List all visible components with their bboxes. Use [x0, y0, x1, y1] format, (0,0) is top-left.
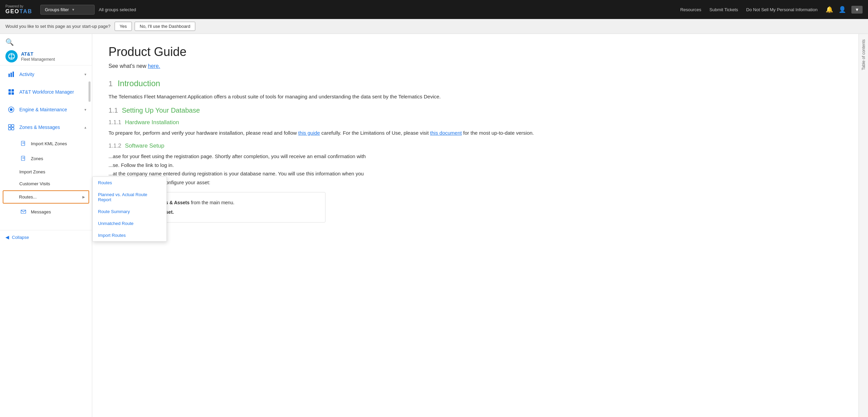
- dropdown-item-import-routes[interactable]: Import Routes: [93, 229, 166, 241]
- routes-label: Routes...: [19, 194, 82, 200]
- sidebar-item-att-workforce[interactable]: AT&T Workforce Manager: [0, 83, 92, 101]
- ellipsis-3: ...: [108, 171, 113, 176]
- svg-rect-6: [13, 72, 14, 77]
- sidebar-item-activity[interactable]: Activity ▾: [0, 65, 92, 83]
- chart-icon: [6, 70, 16, 79]
- ellipsis-2: ...: [108, 162, 113, 168]
- import-zones-label: Import Zones: [19, 169, 86, 174]
- sidebar-activity-label: Activity: [19, 72, 84, 77]
- sidebar-item-messages[interactable]: Messages: [0, 204, 92, 219]
- section-1-header: 1 Introduction: [108, 79, 842, 88]
- svg-rect-14: [12, 125, 14, 127]
- groups-selected-text: All groups selected: [99, 7, 136, 12]
- svg-rect-7: [8, 89, 11, 92]
- section-1-1-1-header: 1.1.1 Hardware Installation: [108, 119, 842, 126]
- svg-rect-15: [8, 128, 11, 130]
- section-1-body: The Telematics Fleet Management Applicat…: [108, 92, 842, 101]
- messages-label: Messages: [31, 209, 86, 214]
- toc-sidebar[interactable]: Table of contents: [859, 34, 868, 417]
- username-display: ▼: [855, 7, 859, 12]
- search-icon[interactable]: 🔍: [5, 38, 14, 46]
- svg-rect-4: [8, 74, 10, 77]
- sidebar-zones-label: Zones & Messages: [19, 125, 84, 130]
- mail-icon: [19, 208, 27, 216]
- this-document-link[interactable]: this document: [430, 130, 462, 136]
- top-bar: Powered by GEOTAB Groups filter ▼ All gr…: [0, 0, 868, 19]
- sidebar-item-engine[interactable]: Engine & Maintenance ▾: [0, 101, 92, 118]
- svg-rect-16: [12, 128, 14, 130]
- doc-icon: [19, 139, 27, 148]
- startup-question: Would you like to set this page as your …: [5, 24, 111, 29]
- collapse-icon: ◀: [5, 234, 9, 240]
- yes-button[interactable]: Yes: [115, 22, 132, 31]
- top-bar-icons: 🔔 👤 ▼: [826, 6, 863, 14]
- chevron-icon: ▾: [84, 108, 86, 112]
- sidebar-att-label: AT&T Workforce Manager: [19, 89, 86, 95]
- user-menu-button[interactable]: ▼: [851, 6, 863, 14]
- sidebar-search-area: 🔍: [0, 34, 92, 46]
- att-brand-info: AT&T Fleet Management: [21, 51, 55, 62]
- dropdown-item-route-summary[interactable]: Route Summary: [93, 206, 166, 217]
- groups-filter-button[interactable]: Groups filter ▼: [40, 5, 95, 15]
- sidebar-item-customer-visits[interactable]: Customer Visits: [0, 178, 92, 190]
- customer-visits-label: Customer Visits: [19, 181, 86, 186]
- chevron-icon: ▾: [84, 72, 86, 77]
- logo-area: Powered by GEOTAB: [5, 4, 32, 15]
- submit-tickets-link[interactable]: Submit Tickets: [709, 7, 738, 12]
- section-1-1-1-body: To prepare for, perform and verify your …: [108, 129, 842, 137]
- zones-doc-icon: [19, 154, 27, 163]
- import-kml-label: Import KML Zones: [31, 141, 86, 146]
- arrow-right-icon: ▶: [82, 195, 85, 199]
- user-icon[interactable]: 👤: [839, 6, 846, 13]
- here-link[interactable]: here.: [148, 63, 160, 69]
- puzzle-icon: [6, 87, 16, 97]
- svg-rect-8: [12, 89, 14, 92]
- collapse-label: Collapse: [12, 235, 29, 240]
- secondary-bar: Would you like to set this page as your …: [0, 19, 868, 34]
- zones-label: Zones: [31, 156, 86, 161]
- no-dashboard-button[interactable]: No, I'll use the Dashboard: [135, 22, 195, 31]
- dropdown-item-routes[interactable]: Routes: [93, 177, 166, 189]
- grid-icon: [6, 122, 16, 132]
- sidebar-item-zones[interactable]: Zones: [0, 151, 92, 166]
- section-1-1-2-header: 1.1.2 Software Setup: [108, 143, 842, 149]
- content-area: ‹ Product Guide See what's new here. 1 I…: [92, 34, 859, 417]
- routes-dropdown-menu: Routes Planned vs. Actual Route Report R…: [92, 176, 167, 242]
- chevron-up-icon: ▴: [84, 125, 86, 130]
- sidebar-item-routes[interactable]: Routes... ▶: [3, 190, 89, 204]
- product-guide-subtitle: See what's new here.: [108, 63, 842, 69]
- sidebar-engine-label: Engine & Maintenance: [19, 107, 84, 112]
- collapse-button[interactable]: ◀ Collapse: [0, 230, 92, 244]
- sidebar-logo-area: AT&T Fleet Management: [0, 46, 92, 65]
- main-layout: 🔍 AT&T Fleet Management: [0, 34, 868, 417]
- page-title: Product Guide: [108, 45, 842, 59]
- toc-label[interactable]: Table of contents: [861, 39, 866, 70]
- top-bar-right: Resources Submit Tickets Do Not Sell My …: [680, 6, 863, 14]
- wrench-icon: [6, 105, 16, 114]
- geotab-brand: GEOTAB: [5, 8, 32, 15]
- sidebar-item-zones-messages[interactable]: Zones & Messages ▴: [0, 118, 92, 136]
- svg-rect-10: [12, 92, 14, 95]
- svg-rect-13: [8, 125, 11, 127]
- att-logo: [5, 50, 18, 62]
- this-guide-link[interactable]: this guide: [298, 130, 320, 136]
- groups-filter-label: Groups filter: [45, 7, 69, 12]
- sidebar: 🔍 AT&T Fleet Management: [0, 34, 92, 417]
- svg-rect-9: [8, 92, 11, 95]
- ellipsis-1: ...: [108, 153, 113, 159]
- do-not-sell-link[interactable]: Do Not Sell My Personal Information: [746, 7, 817, 12]
- dropdown-item-planned-actual[interactable]: Planned vs. Actual Route Report: [93, 189, 166, 206]
- resources-link[interactable]: Resources: [680, 7, 701, 12]
- dropdown-item-unmatched-route[interactable]: Unmatched Route: [93, 217, 166, 229]
- svg-point-12: [10, 108, 13, 111]
- sidebar-item-import-kml[interactable]: Import KML Zones: [0, 136, 92, 151]
- section-1-1-header: 1.1 Setting Up Your Database: [108, 107, 842, 114]
- chevron-down-icon: ▼: [72, 8, 75, 12]
- powered-by-text: Powered by GEOTAB: [5, 4, 32, 15]
- section-1-1-2-body: ...ase for your fleet using the registra…: [108, 152, 842, 187]
- sidebar-item-import-zones[interactable]: Import Zones: [0, 166, 92, 178]
- sidebar-scroll-indicator: [88, 81, 91, 102]
- bell-icon[interactable]: 🔔: [826, 6, 833, 13]
- svg-rect-5: [11, 73, 12, 77]
